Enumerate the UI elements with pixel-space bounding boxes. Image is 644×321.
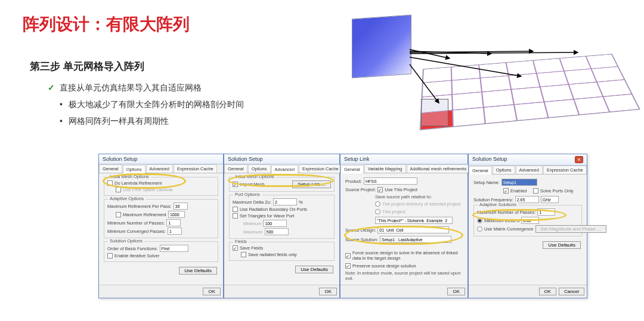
setup-name-label: Setup Name:	[473, 180, 500, 185]
arrows-svg	[342, 17, 628, 148]
ok-button[interactable]: OK	[447, 288, 465, 295]
save-rad-checkbox[interactable]	[241, 252, 246, 257]
src-solution-select[interactable]	[380, 236, 451, 243]
tab-bar: General Options Advanced Expression Cach…	[469, 166, 587, 174]
max-delta-s-input[interactable]	[521, 217, 539, 224]
max-refinement-input[interactable]	[168, 211, 185, 218]
use-defaults-button[interactable]: Use Defaults	[543, 241, 581, 249]
max-delta-s-label: Maximum Delta S	[484, 218, 519, 223]
import-mesh-label: Import Mesh	[240, 182, 265, 187]
iter-solver-checkbox[interactable]	[107, 253, 113, 258]
import-mesh-checkbox[interactable]	[233, 182, 238, 187]
sol-freq-unit[interactable]	[541, 196, 559, 203]
use-matrix-radio[interactable]	[477, 226, 482, 232]
dialog-solution-setup-advanced: Solution Setup General Options Advanced …	[224, 154, 340, 298]
ok-button[interactable]: OK	[203, 288, 221, 295]
close-icon[interactable]: ×	[575, 156, 583, 163]
min-label: Minimum	[243, 221, 261, 226]
tab-exprcache[interactable]: Expression Cache	[174, 164, 217, 173]
src-design-label: Source Design:	[345, 227, 376, 233]
use-this-project-checkbox[interactable]	[377, 187, 383, 192]
tab-exprcache[interactable]: Expression Cache	[543, 166, 587, 174]
save-fields-checkbox[interactable]	[233, 245, 238, 251]
ok-button[interactable]: OK	[319, 288, 337, 295]
solve-ports-label: Solve Ports Only	[540, 188, 574, 194]
tab-general[interactable]: General	[99, 164, 122, 173]
rel-dir-label: The project directory of selected projec…	[382, 201, 460, 207]
tab-general[interactable]: General	[469, 166, 492, 174]
dialog-solution-setup-general: Solution Setup× General Options Advanced…	[468, 154, 587, 298]
min-input	[263, 220, 287, 227]
project-combo[interactable]	[375, 217, 453, 224]
max-delta-zo-input[interactable]	[273, 198, 297, 205]
do-lambda-label: Do Lambda Refinement	[114, 180, 162, 186]
rel-dir-radio[interactable]	[375, 201, 380, 207]
save-rad-label: Save radiated fields only	[248, 252, 297, 257]
setup-name-input[interactable]	[501, 179, 537, 186]
use-defaults-button[interactable]: Use Defaults	[295, 266, 333, 273]
enabled-checkbox[interactable]	[503, 188, 509, 194]
svg-line-5	[410, 64, 439, 103]
group-label: Adaptive Options	[108, 196, 145, 201]
tab-general[interactable]: General	[224, 164, 247, 173]
use-this-project-label: Use This Project	[385, 187, 417, 192]
tab-exprcache[interactable]: Expression Cache	[299, 164, 342, 173]
tab-bar: General Options Advanced Expression Cach…	[224, 164, 339, 173]
enabled-label: Enabled	[510, 188, 527, 194]
tab-options[interactable]: Options	[248, 164, 271, 173]
max-delta-s-radio[interactable]	[477, 218, 482, 223]
tab-advanced[interactable]: Advanced	[146, 164, 173, 173]
rad-boundary-label: Use Radiation Boundary On Ports	[240, 207, 307, 212]
free-space-checkbox[interactable]	[116, 187, 121, 192]
cancel-button[interactable]: Cancel	[559, 288, 584, 295]
src-design-select[interactable]	[377, 226, 449, 233]
fields-group: Fields Save Fields Save radiated fields …	[229, 242, 335, 261]
sol-freq-input[interactable]	[515, 196, 539, 203]
order-input[interactable]	[160, 245, 188, 252]
save-fields-label: Save Fields	[240, 245, 263, 251]
force-solve-checkbox[interactable]	[345, 253, 351, 258]
max-ref-label: Maximum Refinement Per Pass:	[107, 204, 172, 209]
tab-variable-mapping[interactable]: Variable Mapping	[364, 164, 406, 173]
group-label: Adaptive Solutions	[478, 202, 518, 207]
src-solution-label: Source Solution:	[345, 237, 378, 242]
min-passes-input[interactable]	[166, 219, 181, 226]
port-options-group: Port Options Maximum Delta Zo:% Use Radi…	[229, 195, 335, 239]
dialog-setup-link: Setup Link General Variable Mapping Addi…	[340, 154, 468, 298]
use-defaults-button[interactable]: Use Defaults	[179, 267, 217, 275]
product-select[interactable]	[364, 177, 417, 185]
set-triangles-checkbox[interactable]	[233, 213, 238, 219]
tab-advanced[interactable]: Advanced	[516, 166, 543, 174]
tab-options[interactable]: Options	[493, 166, 515, 174]
tab-general[interactable]: General	[340, 165, 364, 173]
free-space-label: Use Free Space Lambda	[123, 187, 172, 192]
setup-link-button[interactable]: Setup Link ...	[292, 180, 331, 188]
min-conv-input[interactable]	[168, 227, 182, 235]
iter-solver-label: Enable Iterative Solver	[114, 253, 159, 258]
svg-line-3	[410, 52, 578, 54]
rel-this-radio[interactable]	[375, 209, 380, 214]
preserve-checkbox[interactable]	[345, 263, 351, 269]
order-label: Order of Basis Functions:	[107, 246, 158, 251]
svg-line-4	[410, 57, 521, 76]
tab-options[interactable]: Options	[123, 165, 145, 173]
use-matrix-label: Use Matrix Convergence	[484, 226, 534, 232]
percent-label: %	[299, 200, 303, 205]
product-label: Product:	[345, 179, 362, 184]
initial-mesh-options-group: Initial Mesh Options Do Lambda Refinemen…	[104, 177, 218, 196]
tab-additional-mesh[interactable]: Additional mesh refinements	[407, 164, 470, 173]
do-lambda-checkbox[interactable]	[107, 180, 113, 186]
max-ref-input[interactable]	[174, 202, 188, 210]
rad-boundary-checkbox[interactable]	[233, 207, 238, 212]
set-mag-button: Set Magnitude and Phase ...	[535, 225, 606, 233]
max-refinement-checkbox[interactable]	[116, 212, 121, 217]
solve-ports-checkbox[interactable]	[533, 188, 538, 194]
tab-advanced[interactable]: Advanced	[271, 165, 298, 173]
initial-mesh-options-group: Initial Mesh Options Import MeshSetup Li…	[229, 177, 335, 192]
min-passes-label: Minimum Number of Passes:	[107, 220, 165, 226]
max-passes-label: Maximum Number of Passes:	[477, 210, 535, 215]
max-passes-input[interactable]	[537, 208, 555, 216]
ok-button[interactable]: OK	[539, 288, 557, 295]
group-label: Port Options	[233, 192, 262, 197]
extractor-note: Note: In extractor mode, source project …	[345, 270, 463, 281]
